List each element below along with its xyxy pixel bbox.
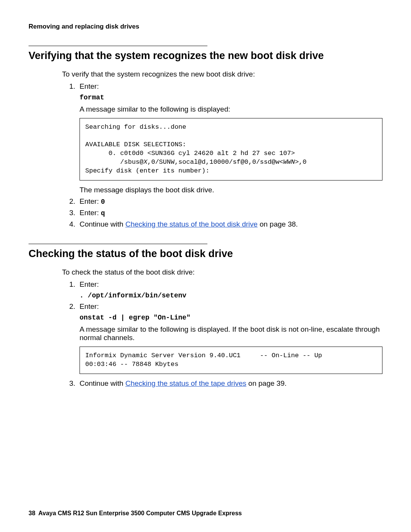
step-label: Enter: xyxy=(80,280,99,288)
code-output: Informix Dynamic Server Version 9.40.UC1… xyxy=(80,347,382,374)
step: Enter: format A message similar to the f… xyxy=(77,82,382,194)
step: Continue with Checking the status of the… xyxy=(77,220,382,228)
code-output: Searching for disks...done AVAILABLE DIS… xyxy=(80,118,382,181)
xref-link-checking-tape-drives[interactable]: Checking the status of the tape drives xyxy=(125,379,246,387)
section-heading-verifying: Verifying that the system recognizes the… xyxy=(29,50,382,62)
page: Removing and replacing disk drives Verif… xyxy=(0,0,411,532)
step-text: Continue with xyxy=(80,220,125,228)
section1-steps: Enter: format A message similar to the f… xyxy=(70,82,382,228)
page-number: 38 xyxy=(29,510,35,516)
command: . /opt/informix/bin/setenv xyxy=(80,292,382,299)
step-text: on page 39. xyxy=(246,379,287,387)
step-label: Enter: xyxy=(80,82,99,90)
section-rule xyxy=(29,46,207,46)
section-heading-checking: Checking the status of the boot disk dri… xyxy=(29,248,382,260)
step: Enter: . /opt/informix/bin/setenv xyxy=(77,280,382,299)
section2-intro: To check the status of the boot disk dri… xyxy=(62,268,382,276)
step-body: The message displays the boot disk drive… xyxy=(80,186,382,194)
step-body: A message similar to the following is di… xyxy=(80,325,382,342)
step-body: A message similar to the following is di… xyxy=(80,105,382,113)
running-header: Removing and replacing disk drives xyxy=(29,23,382,30)
step-label: Enter: xyxy=(80,197,101,205)
command: format xyxy=(80,94,382,101)
command: onstat -d | egrep "On-Line" xyxy=(80,314,382,321)
command-inline: 0 xyxy=(101,198,105,206)
step-label: Enter: xyxy=(80,302,99,310)
command-inline: q xyxy=(101,209,105,217)
step: Enter: 0 xyxy=(77,197,382,206)
step-text: on page 38. xyxy=(258,220,298,228)
page-footer: 38Avaya CMS R12 Sun Enterprise 3500 Comp… xyxy=(29,510,242,517)
section1-intro: To verify that the system recognizes the… xyxy=(62,70,382,78)
xref-link-checking-boot-disk[interactable]: Checking the status of the boot disk dri… xyxy=(125,220,257,228)
section2-steps: Enter: . /opt/informix/bin/setenv Enter:… xyxy=(70,280,382,388)
footer-title: Avaya CMS R12 Sun Enterprise 3500 Comput… xyxy=(38,510,242,516)
step-text: Continue with xyxy=(80,379,125,387)
step: Enter: onstat -d | egrep "On-Line" A mes… xyxy=(77,302,382,374)
step: Continue with Checking the status of the… xyxy=(77,379,382,388)
section-rule xyxy=(29,244,207,244)
step: Enter: q xyxy=(77,209,382,217)
step-label: Enter: xyxy=(80,209,101,217)
